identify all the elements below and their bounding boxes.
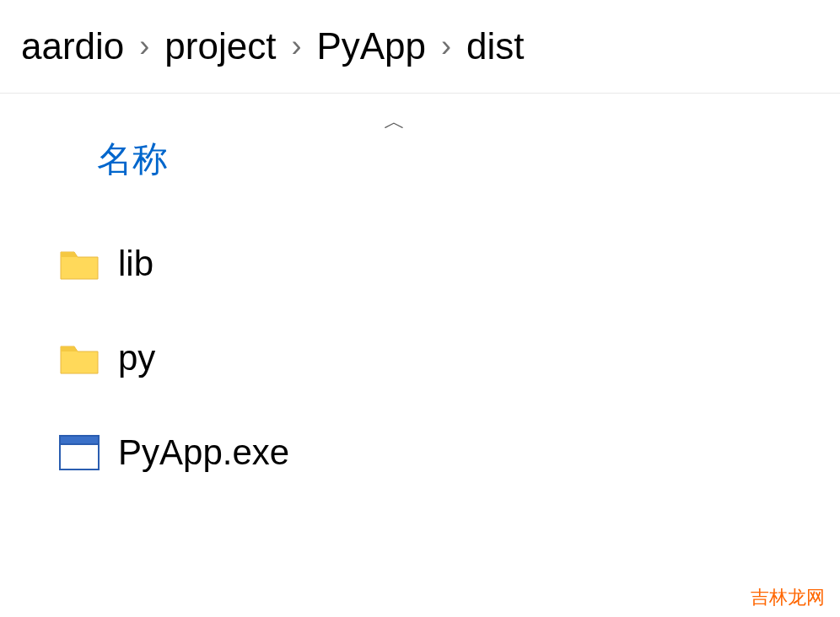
- column-header-row: ︿ 名称: [0, 94, 840, 191]
- list-item[interactable]: PyApp.exe: [59, 405, 840, 500]
- exe-icon: [59, 432, 100, 473]
- chevron-right-icon[interactable]: ›: [441, 29, 451, 64]
- chevron-right-icon[interactable]: ›: [139, 29, 149, 64]
- svg-rect-1: [60, 436, 99, 444]
- file-name-label: PyApp.exe: [118, 432, 289, 473]
- breadcrumb-segment[interactable]: dist: [466, 25, 524, 67]
- breadcrumb: aardio › project › PyApp › dist: [0, 0, 840, 94]
- column-header-name[interactable]: 名称: [97, 136, 168, 183]
- file-list: lib py PyApp.exe: [0, 191, 840, 500]
- file-name-label: lib: [118, 244, 153, 284]
- breadcrumb-segment[interactable]: aardio: [21, 25, 124, 67]
- folder-icon: [59, 244, 100, 284]
- list-item[interactable]: lib: [59, 217, 840, 311]
- folder-icon: [59, 338, 100, 378]
- breadcrumb-segment[interactable]: project: [164, 25, 276, 67]
- chevron-right-icon[interactable]: ›: [291, 29, 301, 64]
- file-name-label: py: [118, 338, 155, 378]
- list-item[interactable]: py: [59, 311, 840, 405]
- sort-indicator-icon[interactable]: ︿: [384, 110, 406, 132]
- watermark: 吉林龙网: [751, 585, 825, 610]
- breadcrumb-segment[interactable]: PyApp: [316, 25, 426, 67]
